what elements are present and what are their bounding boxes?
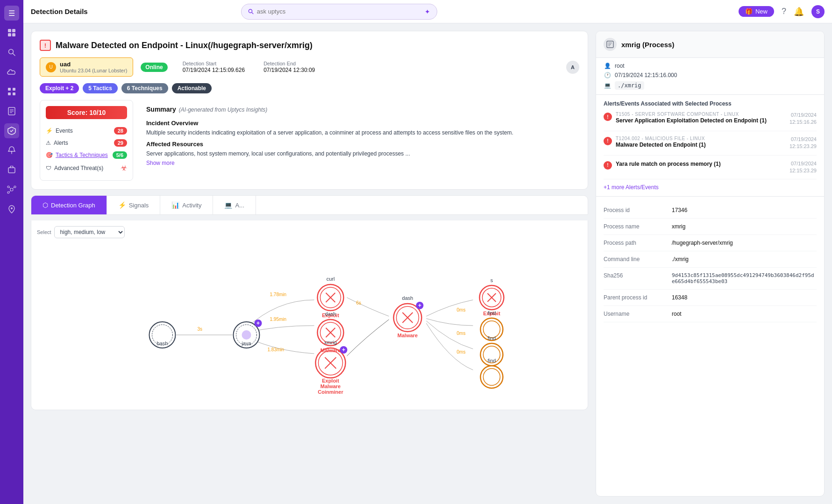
new-button[interactable]: 🎁 New [739, 6, 774, 17]
alerts-events-section: Alerts/Events Associated with Selected P… [596, 95, 824, 197]
prop-val-ppath: /hugegraph-server/xmrig [672, 240, 733, 246]
svg-text:1.95min: 1.95min [270, 317, 287, 322]
svg-text:curl: curl [327, 276, 335, 282]
sidebar-item-packages[interactable] [4, 163, 19, 177]
alert-desc-1: Server Application Exploitation Detected… [616, 117, 786, 124]
right-panel: xmrig (Process) 👤 root 🕐 07/19/2024 12:1… [596, 31, 825, 497]
svg-rect-6 [8, 88, 11, 91]
tab-extra-label: A... [235, 202, 244, 209]
detection-end-label: Detection End [263, 61, 315, 66]
select-label: Select [37, 229, 51, 235]
svg-rect-9 [13, 92, 15, 95]
graph-tab-icon: ⬡ [43, 201, 48, 209]
tags-row: Exploit + 2 5 Tactics 6 Techniques Actio… [40, 83, 579, 93]
prop-sha256: Sha256 9d4153c85f1315ae08955dc491294749b… [604, 268, 817, 290]
avatar[interactable]: S [811, 5, 825, 18]
svg-text:0ms: 0ms [457, 349, 466, 355]
svg-line-5 [13, 54, 15, 56]
tag-techniques[interactable]: 6 Techniques [121, 83, 168, 93]
score-alerts-label: ⚠ Alerts [46, 140, 68, 146]
user-avatar[interactable]: A [566, 61, 579, 74]
sidebar-item-threats[interactable] [4, 123, 19, 138]
sidebar-item-search[interactable] [4, 45, 19, 60]
sidebar-item-location[interactable] [4, 202, 19, 217]
alert-type-1: T1505 - SERVER SOFTWARE COMPONENT - LINU… [616, 112, 786, 117]
advanced-label: 🛡 Advanced Threat(s) [46, 165, 103, 171]
alert-time-1: 07/19/202412:15:16.26 [789, 112, 817, 126]
alert-item-2[interactable]: ! T1204.002 - MALICIOUS FILE - LINUX Mal… [604, 136, 817, 156]
host-name: uad [60, 61, 127, 68]
host-icon: U [46, 62, 56, 72]
main-area: Detection Details ✦ 🎁 New ? 🔔 S ! Malwar… [23, 0, 832, 504]
sidebar-item-apps[interactable] [4, 84, 19, 99]
svg-text:+: + [342, 347, 345, 353]
severity-select[interactable]: high, medium, low [54, 226, 125, 238]
score-alerts: ⚠ Alerts 29 [46, 137, 127, 149]
tab-activity-label: Activity [182, 202, 201, 209]
show-more-link[interactable]: Show more [146, 160, 574, 166]
help-icon[interactable]: ? [782, 7, 786, 16]
user-icon: 👤 [604, 63, 611, 69]
detection-end: Detection End 07/19/2024 12:30:09 [263, 61, 315, 73]
prop-process-name: Process name xmrig [604, 219, 817, 235]
svg-text:0ms: 0ms [457, 307, 466, 312]
svg-text:Exploit: Exploit [322, 378, 339, 383]
alert-type-2: T1204.002 - MALICIOUS FILE - LINUX [616, 136, 786, 141]
search-input[interactable] [257, 8, 422, 15]
tag-actionable[interactable]: Actionable [172, 83, 212, 93]
sidebar-item-dashboard[interactable] [4, 25, 19, 40]
svg-point-19 [7, 192, 9, 193]
tabs-bar: ⬡ Detection Graph ⚡ Signals 📊 Activity 💻… [31, 195, 588, 215]
properties-section: Process id 17346 Process name xmrig Proc… [596, 197, 824, 496]
extra-tab-icon: 💻 [224, 201, 232, 209]
alerts-badge: 29 [114, 139, 127, 147]
sidebar-item-reports[interactable] [4, 104, 19, 119]
sidebar-item-graph[interactable] [4, 182, 19, 197]
node-dash2[interactable]: dash Malware + [394, 295, 424, 338]
alert-item-1[interactable]: ! T1505 - SERVER SOFTWARE COMPONENT - LI… [604, 112, 817, 131]
bell-icon[interactable]: 🔔 [794, 7, 804, 17]
svg-rect-15 [8, 168, 15, 173]
tab-signals[interactable]: ⚡ Signals [107, 196, 161, 214]
activity-tab-icon: 📊 [171, 201, 179, 209]
alert-desc-2: Malware Detected on Endpoint (1) [616, 142, 786, 148]
page-content: ! Malware Detected on Endpoint - Linux(/… [23, 23, 832, 504]
sidebar-item-alerts[interactable] [4, 143, 19, 158]
node-find2[interactable]: find 0ms [481, 335, 583, 403]
score-title: Score: 10/10 [46, 106, 127, 119]
svg-text:1.83min: 1.83min [268, 347, 284, 352]
new-label: New [755, 8, 768, 15]
svg-text:6s: 6s [356, 300, 362, 305]
gift-icon: 🎁 [745, 8, 753, 15]
svg-text:java: java [241, 341, 251, 346]
score-events: ⚡ Events 28 [46, 125, 127, 137]
tactics-link[interactable]: Tactics & Techniques [56, 152, 108, 158]
more-alerts-link[interactable]: +1 more Alerts/Events [604, 184, 817, 191]
search-bar[interactable]: ✦ [241, 4, 437, 20]
svg-text:3s: 3s [198, 327, 203, 332]
prop-val-pid: 17346 [672, 207, 687, 213]
shield-icon: 🛡 [46, 165, 51, 171]
sidebar-item-cloud[interactable] [4, 64, 19, 79]
alert-item-3[interactable]: ! Yara rule match on process memory (1) … [604, 160, 817, 180]
signals-tab-icon: ⚡ [118, 201, 126, 209]
tag-exploit[interactable]: Exploit + 2 [40, 83, 79, 93]
detection-title: Malware Detected on Endpoint - Linux(/hu… [56, 41, 313, 50]
prop-key-pname: Process name [604, 223, 664, 230]
node-bash[interactable]: bash [149, 322, 176, 348]
tab-activity[interactable]: 📊 Activity [160, 196, 213, 214]
meta-user-value: root [615, 63, 625, 69]
tab-detection-graph[interactable]: ⬡ Detection Graph [31, 196, 107, 214]
svg-point-23 [11, 207, 13, 209]
detection-title-row: ! Malware Detected on Endpoint - Linux(/… [40, 40, 579, 51]
tab-extra[interactable]: 💻 A... [213, 196, 256, 214]
alert-desc-3: Yara rule match on process memory (1) [616, 161, 786, 167]
tab-detection-graph-label: Detection Graph [51, 202, 95, 209]
detection-start: Detection Start 07/19/2024 12:15:09.626 [183, 61, 245, 73]
sidebar-hamburger[interactable]: ☰ [4, 6, 19, 21]
prop-username: Username root [604, 306, 817, 322]
tag-tactics[interactable]: 5 Tactics [83, 83, 117, 93]
prop-val-sha256: 9d4153c85f1315ae08955dc491294749b3603846… [672, 272, 817, 284]
alert-dot-3: ! [604, 161, 612, 170]
svg-rect-0 [8, 29, 11, 32]
